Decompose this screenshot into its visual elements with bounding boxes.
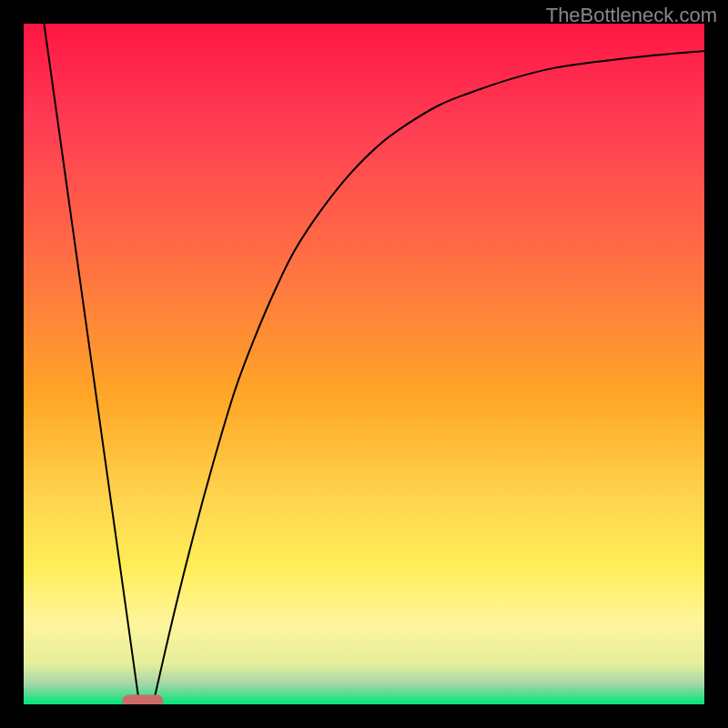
- chart-plot-area: [24, 24, 704, 704]
- watermark-text: TheBottleneck.com: [546, 4, 717, 27]
- chart-marker: [122, 695, 163, 704]
- chart-svg: [24, 24, 704, 704]
